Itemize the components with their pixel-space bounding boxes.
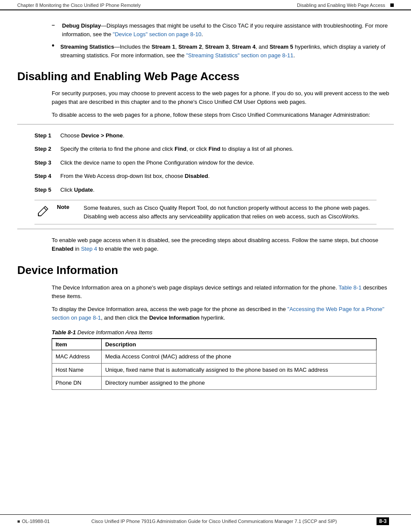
step4-link[interactable]: Step 4 — [81, 246, 97, 252]
mac-address-desc: Media Access Control (MAC) address of th… — [102, 350, 377, 364]
step2-row: Step 2 Specify the criteria to find the … — [17, 142, 394, 156]
table-row: Phone DN Directory number assigned to th… — [52, 376, 377, 390]
dash-item-text: Debug Display—Displays messages that mig… — [62, 22, 394, 38]
section1-heading: Disabling and Enabling Web Page Access — [17, 70, 394, 83]
footer-icon: ■ — [17, 519, 20, 524]
footer-center: Cisco Unified IP Phone 7931G Administrat… — [52, 519, 377, 524]
step5-label: Step 5 — [34, 186, 60, 194]
step5-row: Step 5 Click Update. — [17, 183, 394, 197]
header-chapter: Chapter 8 Monitoring the Cisco Unified I… — [17, 3, 141, 8]
table-caption-text: Device Information Area Items — [76, 329, 153, 336]
bullet-marker: • — [52, 42, 60, 59]
footer-page-number: 8-3 — [377, 517, 389, 525]
streaming-stats-link[interactable]: "Streaming Statistics" section on page 8… — [186, 52, 293, 59]
steps-rule-top — [17, 124, 394, 124]
note-label: Note — [57, 204, 78, 221]
step1-label: Step 1 — [34, 131, 60, 140]
host-name-item: Host Name — [52, 363, 102, 376]
stream3: Stream 3 — [205, 44, 229, 50]
step3-content: Click the device name to open the Phone … — [60, 159, 394, 167]
section2-heading: Device Information — [17, 264, 394, 277]
section1-para2: To disable access to the web pages for a… — [52, 111, 394, 119]
footer-right: 8-3 — [377, 517, 394, 525]
pencil-icon — [34, 205, 52, 221]
enabled-bold: Enabled — [52, 246, 74, 252]
table-row: MAC Address Media Access Control (MAC) a… — [52, 350, 377, 364]
step2-content: Specify the criteria to find the phone a… — [60, 145, 394, 153]
step5-content: Click Update. — [60, 186, 394, 194]
main-content: – Debug Display—Displays messages that m… — [0, 10, 411, 398]
dash-item: – Debug Display—Displays messages that m… — [52, 22, 394, 38]
section1-para1: For security purposes, you may choose to… — [52, 89, 394, 106]
page-header: Chapter 8 Monitoring the Cisco Unified I… — [0, 0, 411, 10]
host-name-desc: Unique, fixed name that is automatically… — [102, 363, 377, 376]
step4-content: From the Web Access drop-down list box, … — [60, 172, 394, 180]
accessing-webpage-link[interactable]: "Accessing the Web Page for a Phone" sec… — [52, 306, 384, 321]
steps-rule-bottom — [17, 229, 394, 229]
stream-links: Stream 1 — [152, 44, 175, 50]
streaming-stats-label: Streaming Statistics — [60, 44, 114, 50]
col-description-header: Description — [102, 339, 377, 350]
device-info-hyperlink: Device Information — [149, 314, 199, 321]
footer-left: ■ OL-18988-01 — [17, 519, 52, 524]
table-header-row: Item Description — [52, 339, 377, 350]
step3-row: Step 3 Click the device name to open the… — [17, 156, 394, 170]
phone-dn-desc: Directory number assigned to the phone — [102, 376, 377, 390]
enable-para: To enable web page access when it is dis… — [52, 236, 394, 253]
table-row: Host Name Unique, fixed name that is aut… — [52, 363, 377, 376]
step4-label: Step 4 — [34, 172, 60, 180]
phone-dn-item: Phone DN — [52, 376, 102, 390]
section2-para1: The Device Information area on a phone's… — [52, 283, 394, 301]
stream5: Stream 5 — [270, 44, 293, 50]
table-caption: Table 8-1 Device Information Area Items — [52, 329, 394, 336]
step3-label: Step 3 — [34, 159, 60, 167]
header-section: Disabling and Enabling Web Page Access — [297, 3, 394, 8]
bullet-item: • Streaming Statistics—Includes the Stre… — [52, 43, 394, 59]
note-box: Note Some features, such as Cisco Qualit… — [34, 200, 377, 224]
footer-doc-id: OL-18988-01 — [22, 519, 50, 524]
step4-row: Step 4 From the Web Access drop-down lis… — [17, 169, 394, 183]
dash-marker: – — [52, 22, 62, 38]
device-info-table: Item Description MAC Address Media Acces… — [52, 338, 377, 390]
col-item-header: Item — [52, 339, 102, 350]
header-rule-box — [390, 3, 394, 7]
table-caption-bold: Table 8-1 — [52, 329, 76, 336]
step1-content: Choose Device > Phone. — [60, 131, 394, 140]
stream2: Stream 2 — [178, 44, 202, 50]
table8-1-link[interactable]: Table 8-1 — [339, 284, 361, 291]
section2-para2: To display the Device Information area, … — [52, 305, 394, 322]
bullet-item-text: Streaming Statistics—Includes the Stream… — [60, 43, 394, 59]
device-logs-link[interactable]: "Device Logs" section on page 8-10 — [113, 31, 202, 37]
page-footer: ■ OL-18988-01 Cisco Unified IP Phone 793… — [0, 514, 411, 525]
svg-line-0 — [44, 208, 47, 210]
step1-row: Step 1 Choose Device > Phone. — [17, 129, 394, 143]
mac-address-item: MAC Address — [52, 350, 102, 364]
top-bullets: – Debug Display—Displays messages that m… — [52, 22, 394, 59]
note-text: Some features, such as Cisco Quality Rep… — [84, 204, 377, 221]
steps-container: Step 1 Choose Device > Phone. Step 2 Spe… — [17, 129, 394, 197]
debug-display-label: Debug Display — [62, 22, 101, 29]
step2-label: Step 2 — [34, 145, 60, 153]
stream4: Stream 4 — [232, 44, 255, 50]
